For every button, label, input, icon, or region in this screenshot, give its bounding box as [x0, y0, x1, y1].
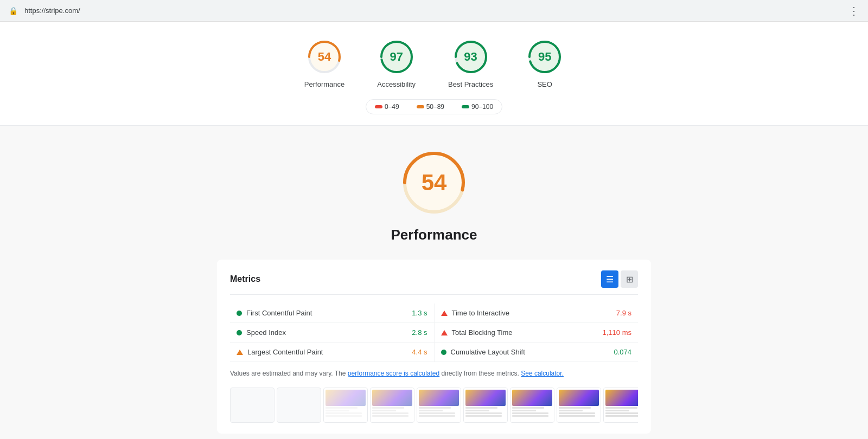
scores-row: 54 Performance 97 Accessibility 93 Best … — [0, 38, 868, 88]
score-label-best-practices: Best Practices — [448, 80, 493, 88]
metric-pair-row: First Contentful Paint 1.3 s Time to Int… — [230, 304, 638, 323]
metric-col-2: Speed Index 2.8 s — [230, 323, 435, 342]
metrics-header: Metrics ☰ ⊞ — [230, 270, 638, 295]
score-label-performance: Performance — [304, 80, 344, 88]
metric-value: 4.4 s — [412, 348, 427, 356]
metric-name: Time to Interactive — [452, 309, 612, 317]
legend-label-2: 90–100 — [471, 103, 493, 111]
score-number-performance: 54 — [318, 50, 331, 64]
metric-name: Speed Index — [246, 328, 407, 337]
toggle-grid-btn[interactable]: ⊞ — [621, 270, 638, 288]
metric-indicator — [237, 311, 242, 316]
score-circle-seo: 95 — [526, 38, 564, 76]
main-content: 54 Performance 97 Accessibility 93 Best … — [0, 22, 868, 439]
metric-pair-row: Largest Contentful Paint 4.4 s Cumulativ… — [230, 343, 638, 362]
metric-indicator — [441, 350, 446, 355]
score-number-accessibility: 97 — [390, 50, 403, 64]
score-label-accessibility: Accessibility — [377, 80, 416, 88]
legend-color-0 — [375, 105, 382, 108]
metric-col-4: Largest Contentful Paint 4.4 s — [230, 343, 435, 361]
metric-pair-row: Speed Index 2.8 s Total Blocking Time 1,… — [230, 323, 638, 343]
legend-entry-2: 90–100 — [462, 103, 493, 111]
browser-menu-icon[interactable]: ⋮ — [848, 4, 859, 17]
metric-value: 0.074 — [614, 348, 631, 356]
metric-col-1: Time to Interactive 7.9 s — [435, 304, 639, 322]
metric-value: 1,110 ms — [603, 328, 631, 337]
calculator-link[interactable]: See calculator. — [521, 370, 564, 377]
filmstrip-frame-8 — [603, 388, 638, 423]
legend-label-0: 0–49 — [385, 103, 399, 111]
metric-name: Cumulative Layout Shift — [451, 348, 610, 356]
browser-bar: 🔒 https://stripe.com/ ⋮ — [0, 0, 868, 22]
filmstrip-frame-3 — [370, 388, 414, 423]
score-circle-best-practices: 93 — [452, 38, 490, 76]
legend-entry-1: 50–89 — [417, 103, 444, 111]
score-item-performance[interactable]: 54 Performance — [304, 38, 344, 88]
performance-title: Performance — [391, 227, 477, 243]
score-label-seo: SEO — [537, 80, 552, 88]
metrics-card: Metrics ☰ ⊞ First Contentful Paint 1.3 s… — [217, 260, 651, 434]
metric-value: 1.3 s — [412, 309, 427, 317]
filmstrip-frame-2 — [323, 388, 368, 423]
big-score-circle: 54 — [399, 147, 469, 218]
filmstrip-frame-6 — [510, 388, 554, 423]
lock-icon: 🔒 — [9, 7, 18, 15]
metrics-grid: First Contentful Paint 1.3 s Time to Int… — [230, 304, 638, 362]
metric-name: First Contentful Paint — [246, 309, 407, 317]
filmstrip-frame-1 — [277, 388, 321, 423]
score-number-seo: 95 — [538, 50, 551, 64]
performance-detail-section: 54 Performance Metrics ☰ ⊞ First Co — [0, 126, 868, 439]
legend-entry-0: 0–49 — [375, 103, 399, 111]
big-score-number: 54 — [422, 170, 447, 196]
score-number-best-practices: 93 — [464, 50, 477, 64]
metric-indicator — [237, 330, 242, 335]
scores-section: 54 Performance 97 Accessibility 93 Best … — [0, 22, 868, 126]
legend-color-2 — [462, 105, 469, 108]
filmstrip-frame-4 — [417, 388, 461, 423]
metric-value: 2.8 s — [412, 328, 427, 337]
metric-col-5: Cumulative Layout Shift 0.074 — [435, 343, 639, 361]
score-circle-accessibility: 97 — [378, 38, 416, 76]
metric-name: Total Blocking Time — [452, 328, 598, 337]
filmstrip-frame-7 — [557, 388, 601, 423]
score-item-seo[interactable]: 95 SEO — [526, 38, 564, 88]
view-toggle: ☰ ⊞ — [601, 270, 638, 288]
metrics-note: Values are estimated and may vary. The p… — [230, 369, 638, 379]
metric-indicator — [441, 311, 448, 316]
score-item-best-practices[interactable]: 93 Best Practices — [448, 38, 493, 88]
browser-url[interactable]: https://stripe.com/ — [24, 7, 842, 15]
metric-col-0: First Contentful Paint 1.3 s — [230, 304, 435, 322]
legend-row: 0–49 50–89 90–100 — [366, 99, 502, 114]
filmstrip — [230, 388, 638, 423]
filmstrip-frame-0 — [230, 388, 275, 423]
perf-score-link[interactable]: performance score is calculated — [348, 370, 439, 377]
metric-value: 7.9 s — [616, 309, 631, 317]
filmstrip-frame-5 — [463, 388, 508, 423]
big-score-container: 54 Performance — [217, 147, 651, 243]
performance-center: 54 Performance Metrics ☰ ⊞ First Co — [217, 147, 651, 439]
metric-indicator — [237, 350, 243, 355]
legend-wrap: 0–49 50–89 90–100 — [0, 99, 868, 114]
metric-name: Largest Contentful Paint — [247, 348, 407, 356]
score-item-accessibility[interactable]: 97 Accessibility — [377, 38, 416, 88]
metric-indicator — [441, 330, 448, 335]
metrics-title: Metrics — [230, 274, 260, 284]
legend-color-1 — [417, 105, 424, 108]
metric-col-3: Total Blocking Time 1,110 ms — [435, 323, 639, 342]
score-circle-performance: 54 — [305, 38, 343, 76]
legend-label-1: 50–89 — [426, 103, 444, 111]
toggle-list-btn[interactable]: ☰ — [601, 270, 618, 288]
